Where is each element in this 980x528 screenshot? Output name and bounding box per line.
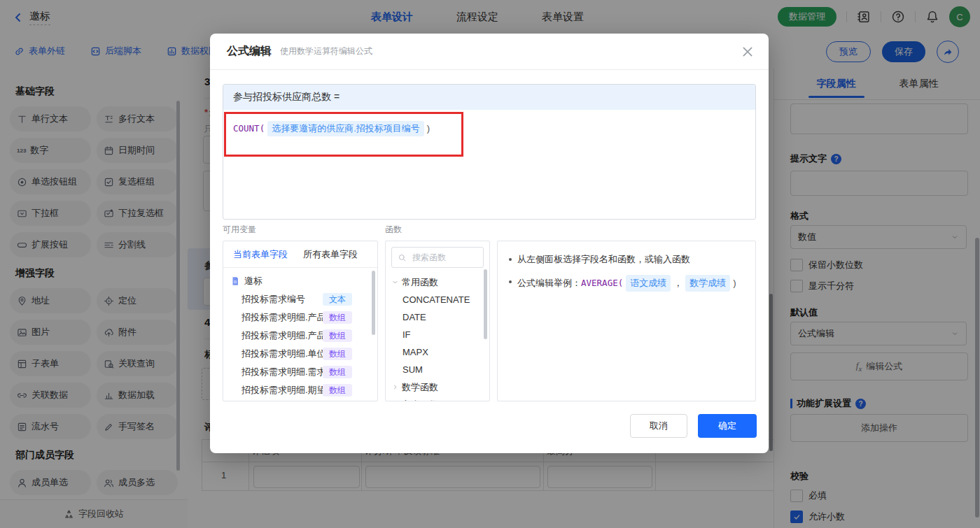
variable-item[interactable]: 招投标需求明细.需求...数组 (223, 363, 377, 381)
example-function-name: AVERAGE( (581, 278, 623, 288)
chevron-down-icon (391, 278, 399, 286)
function-search[interactable] (391, 247, 484, 268)
variable-tree-root[interactable]: 邀标 (223, 272, 377, 290)
type-badge: 数组 (323, 366, 352, 378)
function-search-input[interactable] (411, 252, 477, 263)
example-token-2: 数学成绩 (685, 275, 730, 292)
type-badge: 数组 (323, 329, 352, 342)
example-token-1: 语文成绩 (626, 275, 671, 292)
tip-line-2: 公式编辑举例：AVERAGE(语文成绩，数学成绩) (509, 275, 744, 292)
type-badge: 数组 (323, 348, 352, 360)
function-group-common[interactable]: 常用函数 (391, 273, 484, 291)
field-token[interactable]: 选择要邀请的供应商.招投标项目编号 (267, 121, 424, 136)
variables-tabs: 当前表单字段 所有表单字段 (223, 241, 377, 268)
close-icon[interactable] (741, 45, 755, 59)
function-name: COUNT( (233, 123, 265, 134)
chevron-right-icon (391, 401, 399, 401)
formula-editor-modal: 公式编辑 使用数学运算符编辑公式 参与招投标供应商总数 = COUNT(选择要邀… (210, 34, 769, 453)
functions-label: 函数 (385, 224, 402, 236)
tab-current-form-fields[interactable]: 当前表单字段 (233, 248, 288, 261)
formula-expression[interactable]: COUNT(选择要邀请的供应商.招投标项目编号) (223, 110, 755, 148)
variable-item[interactable]: 招投标需求明细.单位数组 (223, 345, 377, 363)
variables-scrollbar[interactable] (372, 271, 375, 335)
variable-item[interactable]: 招投标需求明细.产品...数组 (223, 327, 377, 345)
function-item[interactable]: DATE (391, 308, 484, 326)
type-badge: 数组 (323, 384, 352, 397)
functions-panel: 常用函数 CONCATENATE DATE IF MAPX SUM 数学函数 文… (385, 241, 490, 401)
variable-item[interactable]: 招投标需求明细.期望...数组 (223, 381, 377, 399)
chevron-right-icon (391, 383, 399, 391)
search-icon (398, 253, 407, 262)
form-doc-icon (230, 276, 240, 286)
tab-all-form-fields[interactable]: 所有表单字段 (303, 248, 358, 261)
modal-title: 公式编辑 (227, 44, 272, 59)
function-item[interactable]: SUM (391, 361, 484, 378)
function-item[interactable]: MAPX (391, 343, 484, 361)
functions-scrollbar[interactable] (484, 269, 487, 339)
tips-panel: 从左侧面板选择字段名和函数，或输入函数 公式编辑举例：AVERAGE(语文成绩，… (497, 241, 756, 401)
variable-item[interactable]: 招投标需求编号文本 (223, 290, 377, 308)
function-group-text[interactable]: 文本函数 (391, 396, 484, 401)
confirm-button[interactable]: 确定 (698, 414, 757, 438)
formula-editor-box[interactable]: 参与招投标供应商总数 = COUNT(选择要邀请的供应商.招投标项目编号) (223, 84, 756, 220)
type-badge: 文本 (323, 293, 352, 306)
variables-panel: 当前表单字段 所有表单字段 邀标 招投标需求编号文本 招投标需求明细.产品...… (223, 241, 378, 401)
modal-header: 公式编辑 使用数学运算符编辑公式 (210, 34, 769, 70)
bullet-dot (509, 280, 512, 283)
cancel-button[interactable]: 取消 (630, 414, 687, 438)
tip-line-1: 从左侧面板选择字段名和函数，或输入函数 (509, 252, 744, 266)
type-badge: 数组 (323, 311, 352, 324)
bullet-dot (509, 258, 512, 261)
variables-label: 可用变量 (223, 224, 256, 236)
function-group-math[interactable]: 数学函数 (391, 378, 484, 396)
close-paren: ) (427, 123, 430, 134)
modal-subtitle: 使用数学运算符编辑公式 (280, 45, 372, 57)
variable-item[interactable]: 招投标需求明细.产品...数组 (223, 308, 377, 327)
formula-target: 参与招投标供应商总数 = (223, 85, 755, 110)
function-item[interactable]: CONCATENATE (391, 291, 484, 308)
function-item[interactable]: IF (391, 326, 484, 343)
